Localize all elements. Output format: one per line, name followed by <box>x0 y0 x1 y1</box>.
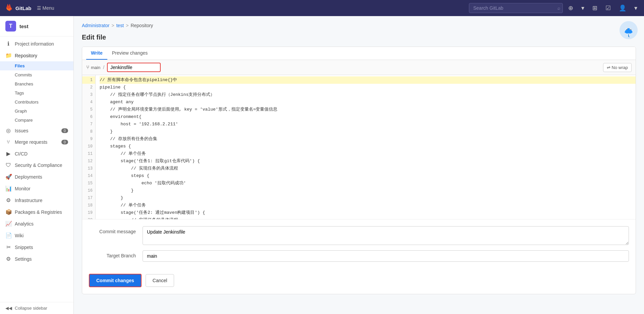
line-number: 1 <box>82 76 95 84</box>
search-wrapper: ⌕ <box>469 3 563 13</box>
sidebar-item-wiki[interactable]: 📄 Wiki <box>0 230 73 241</box>
commit-changes-button[interactable]: Commit changes <box>89 274 142 287</box>
editor-tabs: Write Preview changes <box>82 47 636 60</box>
sidebar-sub-label: Contributors <box>15 100 39 105</box>
commit-message-input[interactable] <box>143 226 629 245</box>
sidebar-item-deployments[interactable]: 🚀 Deployments <box>0 171 73 183</box>
line-number: 11 <box>82 150 95 158</box>
breadcrumb-sep2: > <box>126 23 128 28</box>
sidebar-sub-item-graph[interactable]: Graph <box>0 107 73 116</box>
sidebar-item-analytics[interactable]: 📈 Analytics <box>0 218 73 230</box>
packages-icon: 📦 <box>5 209 11 215</box>
sidebar-item-label: Analytics <box>15 221 34 227</box>
line-number: 10 <box>82 143 95 150</box>
tab-write[interactable]: Write <box>86 47 107 60</box>
code-line: agent any <box>100 99 636 106</box>
sidebar-item-snippets[interactable]: ✂ Snippets <box>0 241 73 253</box>
code-line: pipeline { <box>100 84 636 91</box>
commit-message-label: Commit message <box>89 226 136 234</box>
sidebar-item-packages[interactable]: 📦 Packages & Registries <box>0 206 73 218</box>
slash-separator: / <box>103 65 104 70</box>
editor-card: Write Preview changes ⑂ main / ⇌ No wrap <box>82 47 636 294</box>
nowrap-label: No wrap <box>612 65 628 70</box>
code-line: environment{ <box>100 113 636 121</box>
sidebar-item-label: Settings <box>15 256 32 262</box>
target-branch-label: Target Branch <box>89 250 136 258</box>
layout: T test ℹ Project information 📁 Repositor… <box>0 16 644 314</box>
sidebar-sub-label: Tags <box>15 90 24 96</box>
code-line: // 单个任务 <box>100 202 636 209</box>
code-line: // 指定任务在哪个节点执行（Jenkins支持分布式） <box>100 91 636 99</box>
sidebar: T test ℹ Project information 📁 Repositor… <box>0 16 74 314</box>
sidebar-item-label: Security & Compliance <box>15 163 62 168</box>
merge-icon: ⑂ <box>5 139 11 145</box>
sidebar-item-label: CI/CD <box>15 151 28 156</box>
breadcrumb-admin[interactable]: Administrator <box>82 23 109 28</box>
line-number: 17 <box>82 194 95 202</box>
sidebar-item-project-information[interactable]: ℹ Project information <box>0 38 73 50</box>
sidebar-item-merge-requests[interactable]: ⑂ Merge requests 0 <box>0 136 73 148</box>
line-number: 3 <box>82 91 95 99</box>
sidebar-item-label: Monitor <box>15 186 31 191</box>
nowrap-button[interactable]: ⇌ No wrap <box>603 63 632 72</box>
issues-badge: 0 <box>61 128 68 133</box>
target-branch-input[interactable] <box>143 250 629 262</box>
analytics-icon: 📈 <box>5 221 11 227</box>
sidebar-item-security[interactable]: 🛡 Security & Compliance <box>0 160 73 171</box>
line-number: 8 <box>82 128 95 135</box>
gitlab-logo[interactable]: GitLab <box>4 3 32 13</box>
commit-section: Commit message Target Branch <box>82 219 636 274</box>
sidebar-item-label: Issues <box>15 128 28 133</box>
code-review-icon[interactable]: ⊞ <box>590 3 600 13</box>
sidebar-item-label: Wiki <box>15 233 23 238</box>
gitlab-bird-decoration <box>619 20 639 40</box>
sidebar-item-settings[interactable]: ⚙ Settings <box>0 253 73 265</box>
sidebar-sub-item-files[interactable]: Files <box>0 61 73 70</box>
sidebar-sub-label: Graph <box>15 109 27 114</box>
code-editor[interactable]: 1234567891011121314151617181920212223242… <box>82 75 636 219</box>
project-name: test <box>19 23 29 29</box>
create-icon-btn[interactable]: ⊕ <box>566 3 576 13</box>
code-line: // 存放所有任务的合集 <box>100 135 636 143</box>
snippets-icon: ✂ <box>5 244 11 250</box>
nowrap-icon: ⇌ <box>607 65 610 70</box>
chevron-down-icon[interactable]: ▾ <box>579 3 587 13</box>
breadcrumb: Administrator > test > Repository <box>82 23 636 28</box>
line-number: 4 <box>82 99 95 106</box>
code-line: // 所有脚本命令包含在pipeline{}中 <box>100 76 636 84</box>
sidebar-item-repository[interactable]: 📁 Repository <box>0 50 73 61</box>
wiki-icon: 📄 <box>5 232 11 239</box>
code-line: host = '192.168.2.211' <box>100 121 636 128</box>
line-number: 9 <box>82 135 95 143</box>
sidebar-item-cicd[interactable]: ▶ CI/CD <box>0 148 73 160</box>
menu-button[interactable]: ☰ Menu <box>34 4 57 12</box>
collapse-sidebar-btn[interactable]: ◀◀ Collapse sidebar <box>0 302 73 314</box>
sidebar-sub-item-tags[interactable]: Tags <box>0 88 73 98</box>
sidebar-sub-item-commits[interactable]: Commits <box>0 70 73 79</box>
sidebar-item-issues[interactable]: ◎ Issues 0 <box>0 125 73 136</box>
filename-input[interactable] <box>107 63 161 72</box>
code-line: stage('任务1: 拉取git仓库代码') { <box>100 158 636 165</box>
sidebar-item-label: Repository <box>15 53 37 58</box>
user-menu-chevron[interactable]: ▾ <box>632 3 640 13</box>
tab-preview[interactable]: Preview changes <box>107 47 153 60</box>
search-input[interactable] <box>469 3 563 13</box>
code-content[interactable]: // 所有脚本命令包含在pipeline{}中pipeline { // 指定任… <box>96 75 636 219</box>
breadcrumb-project[interactable]: test <box>116 23 124 28</box>
merge-badge: 0 <box>61 140 68 144</box>
code-line: echo '拉取代码成功' <box>100 180 636 187</box>
code-line: // 实现任务的具体流程 <box>100 165 636 172</box>
cicd-icon: ▶ <box>5 150 11 157</box>
sidebar-sub-item-contributors[interactable]: Contributors <box>0 98 73 107</box>
todo-icon[interactable]: ☑ <box>603 3 613 13</box>
cancel-button[interactable]: Cancel <box>146 274 174 287</box>
sidebar-item-infrastructure[interactable]: ⚙ Infrastructure <box>0 194 73 206</box>
user-settings-icon[interactable]: 👤 <box>616 3 629 13</box>
sidebar-item-label: Infrastructure <box>15 198 42 203</box>
sidebar-item-monitor[interactable]: 📊 Monitor <box>0 183 73 194</box>
editor-toolbar: ⑂ main / ⇌ No wrap <box>82 60 636 75</box>
sidebar-sub-item-compare[interactable]: Compare <box>0 116 73 125</box>
sidebar-sub-item-branches[interactable]: Branches <box>0 79 73 88</box>
project-avatar: T <box>5 21 16 32</box>
line-numbers: 1234567891011121314151617181920212223242… <box>82 75 96 219</box>
